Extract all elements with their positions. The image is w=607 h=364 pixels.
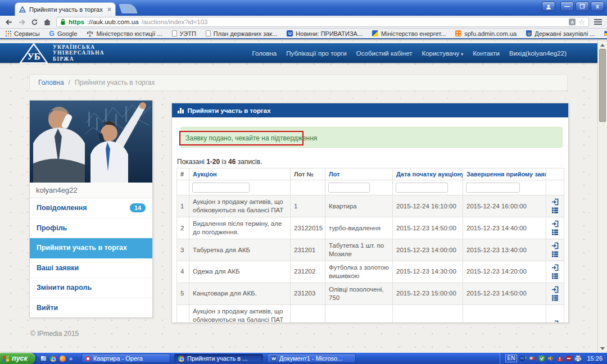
tab-close-icon[interactable]: × bbox=[107, 6, 111, 13]
col-auction[interactable]: Аукціон bbox=[189, 169, 291, 180]
scroll-up-arrow[interactable] bbox=[599, 42, 606, 48]
sidebar-item-your-bids[interactable]: Ваші заявки bbox=[30, 258, 152, 279]
browser-scrollbar[interactable] bbox=[597, 40, 607, 353]
nav-publications[interactable]: Публікації про торги bbox=[286, 50, 346, 57]
minimize-button[interactable]: — bbox=[560, 2, 574, 11]
bookmark-energy-ministry[interactable]: Міністерство енергет... bbox=[372, 30, 446, 37]
taskbar: пуск » Квартира - Opera Прийняти участь … bbox=[0, 353, 607, 364]
svg-text:УБ: УБ bbox=[27, 51, 40, 62]
warning-icon[interactable] bbox=[556, 355, 563, 362]
google-icon: G bbox=[49, 30, 55, 38]
breadcrumb-home-link[interactable]: Головна bbox=[38, 79, 64, 87]
bookmark-space-agency[interactable]: Державне космічне а... bbox=[604, 30, 607, 37]
show-desktop-icon[interactable] bbox=[40, 356, 47, 361]
chrome-icon[interactable] bbox=[50, 356, 56, 362]
forward-button[interactable] bbox=[18, 19, 26, 26]
home-button[interactable] bbox=[43, 19, 51, 26]
lot-list-icon[interactable] bbox=[551, 272, 559, 280]
language-indicator[interactable]: EN bbox=[505, 354, 518, 362]
panel-header: Прийняти участь в торгах bbox=[172, 103, 568, 117]
bookmark-google[interactable]: GGoogle bbox=[49, 30, 78, 38]
traders-photo bbox=[30, 101, 152, 183]
col-deadline[interactable]: Завершення прийому заявок bbox=[463, 169, 546, 180]
task-opera-window[interactable]: Квартира - Opera bbox=[81, 354, 170, 363]
logo-triangle-icon: УБ bbox=[19, 43, 48, 64]
restore-button[interactable]: ❒ bbox=[576, 2, 589, 11]
task-word-document[interactable]: W Документ1 - Microso... bbox=[267, 354, 356, 363]
lot-list-icon[interactable] bbox=[551, 207, 559, 214]
sidebar-item-profile[interactable]: Профіль bbox=[30, 219, 152, 239]
scrollbar-thumb[interactable] bbox=[599, 49, 606, 122]
volume-icon[interactable] bbox=[547, 355, 554, 362]
system-tray: EN 15:26 bbox=[500, 353, 607, 364]
security-shield-icon[interactable] bbox=[538, 355, 545, 362]
bookmark-state-procurement[interactable]: ψДержавні закупівлі ... bbox=[526, 30, 595, 37]
table-row: 6 Аукціон з продажу активів, що облікову… bbox=[177, 304, 564, 323]
printer-icon[interactable] bbox=[574, 355, 582, 362]
spfu-icon bbox=[455, 30, 461, 37]
nav-home[interactable]: Головна bbox=[252, 50, 277, 57]
filter-start-date-input[interactable] bbox=[396, 183, 448, 193]
enter-auction-icon[interactable] bbox=[551, 198, 559, 206]
nav-contacts[interactable]: Контакти bbox=[473, 50, 500, 57]
sidebar-item-messages[interactable]: Повідомлення 14 bbox=[30, 198, 152, 219]
filter-deadline-input[interactable] bbox=[466, 183, 520, 193]
clock[interactable]: 15:26 bbox=[587, 355, 603, 362]
ukraine-flag-icon bbox=[604, 31, 607, 36]
site-logo[interactable]: УБ УКРАЇНСЬКА УНІВЕРСАЛЬНА БІРЖА bbox=[19, 43, 105, 64]
translate-icon[interactable]: A bbox=[569, 19, 576, 25]
back-button[interactable] bbox=[5, 19, 13, 26]
nav-logout[interactable]: Вихід(kolyan4eg22) bbox=[509, 50, 567, 57]
sidebar-item-participate[interactable]: Прийняти участь в торгах bbox=[30, 238, 152, 258]
chrome-menu-button[interactable] bbox=[594, 19, 602, 25]
address-bar[interactable]: https://auk.uub.com.ua/auctions/index?id… bbox=[56, 17, 589, 27]
firefox-icon[interactable] bbox=[60, 356, 66, 362]
sidebar-item-logout[interactable]: Вийти bbox=[30, 298, 152, 318]
start-button[interactable]: пуск bbox=[0, 353, 35, 364]
filter-auction-input[interactable] bbox=[192, 183, 250, 193]
enter-auction-icon[interactable] bbox=[551, 264, 559, 271]
bookmark-state-plan[interactable]: План державних зак... bbox=[206, 30, 277, 37]
alert-text: Заявку подано, чекайте на підтвердження bbox=[185, 134, 317, 142]
lot-list-icon[interactable] bbox=[551, 229, 559, 236]
chrome-icon bbox=[178, 356, 184, 362]
col-start-date[interactable]: Дата початку аукціону bbox=[393, 169, 463, 180]
network-activity-icon[interactable] bbox=[519, 355, 527, 362]
reload-button[interactable] bbox=[31, 19, 38, 26]
lot-list-icon[interactable] bbox=[551, 294, 559, 302]
enter-auction-icon[interactable] bbox=[551, 286, 559, 293]
task-chrome-window[interactable]: Прийняти участь в ... bbox=[174, 354, 263, 363]
enter-auction-icon[interactable] bbox=[551, 242, 559, 249]
screen: Прийняти участь в торгах × — ❒ x http bbox=[0, 0, 607, 364]
energy-icon bbox=[372, 30, 378, 37]
close-button[interactable]: x bbox=[591, 2, 604, 11]
logo-text: УКРАЇНСЬКА УНІВЕРСАЛЬНА БІРЖА bbox=[53, 44, 105, 62]
profile-button[interactable] bbox=[542, 2, 555, 11]
table-row: 2 Видалення після терміну, але до погодж… bbox=[177, 217, 564, 239]
nav-personal-cabinet[interactable]: Особистий кабінет bbox=[356, 50, 413, 57]
scroll-down-arrow[interactable] bbox=[599, 345, 606, 352]
bookmark-star-icon[interactable]: ☆ bbox=[578, 19, 585, 26]
browser-tab[interactable]: Прийняти участь в торгах × bbox=[15, 2, 116, 16]
bookmark-privatization-news[interactable]: UНовини: ПРИВАТИЗА... bbox=[287, 30, 363, 37]
success-alert: Заявку подано, чекайте на підтвердження bbox=[180, 127, 563, 148]
window-titlebar: Прийняти участь в торгах × — ❒ x bbox=[0, 0, 607, 16]
filter-lot-input[interactable] bbox=[328, 183, 370, 193]
bookmark-spfu[interactable]: spfu.admin.com.ua bbox=[455, 30, 517, 37]
bookmark-uetp[interactable]: УЭТП bbox=[172, 30, 196, 37]
network-disconnected-icon[interactable] bbox=[529, 355, 536, 362]
sidebar-item-change-password[interactable]: Змінити пароль bbox=[30, 278, 152, 298]
lot-list-icon[interactable] bbox=[551, 251, 559, 258]
new-tab-button[interactable] bbox=[119, 4, 138, 13]
site-footer: © IPmedia 2015 bbox=[30, 330, 79, 338]
enter-auction-icon[interactable] bbox=[551, 220, 559, 228]
table-row: 4 Одежа для АКБ 231202 Футболка з золото… bbox=[177, 261, 564, 283]
enter-auction-icon[interactable] bbox=[551, 320, 559, 323]
col-lot-number: Лот № bbox=[291, 169, 325, 180]
quick-launch-overflow[interactable]: » bbox=[69, 355, 73, 362]
col-lot[interactable]: Лот bbox=[325, 169, 393, 180]
blocked-status-icon[interactable] bbox=[565, 355, 572, 362]
bookmark-services[interactable]: Сервисы bbox=[6, 30, 40, 37]
bookmark-justice-ministry[interactable]: Міністерство юстиції ... bbox=[87, 30, 162, 37]
nav-for-user-dropdown[interactable]: Користувачу▾ bbox=[422, 50, 463, 57]
